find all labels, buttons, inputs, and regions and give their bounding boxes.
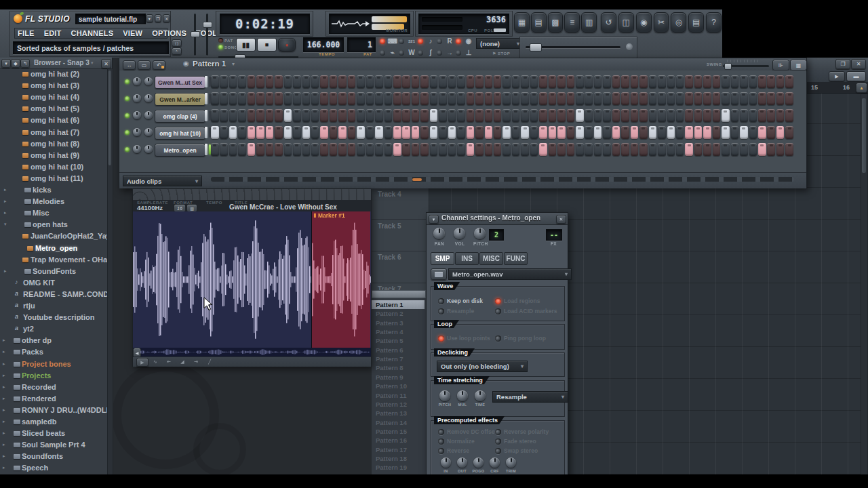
channel-volume-knob[interactable] xyxy=(144,128,153,136)
wait-input-toggle-led[interactable] xyxy=(399,50,404,56)
step-button[interactable] xyxy=(758,92,766,105)
step-button[interactable] xyxy=(758,126,766,139)
pattern-list-item[interactable]: Pattern 7 xyxy=(372,354,425,363)
step-button[interactable] xyxy=(631,75,639,88)
declicking-dropdown[interactable]: Out only (no bleeding)▾ xyxy=(437,361,528,372)
step-button[interactable] xyxy=(585,143,593,156)
step-button[interactable] xyxy=(475,109,484,122)
step-button[interactable] xyxy=(393,92,401,105)
step-button[interactable] xyxy=(284,92,292,105)
expand-arrow-icon[interactable]: ▸ xyxy=(3,396,5,401)
step-button[interactable] xyxy=(612,126,620,139)
channel-selector-strip[interactable] xyxy=(205,144,208,155)
pogo-knob[interactable] xyxy=(473,458,484,468)
step-button[interactable] xyxy=(320,92,328,105)
slider-handle[interactable] xyxy=(191,31,200,37)
browser-scroll-thumb[interactable] xyxy=(108,70,111,165)
prev-marker-button[interactable]: ⇤ xyxy=(163,358,174,365)
step-button[interactable] xyxy=(621,109,629,122)
step-button[interactable] xyxy=(740,143,748,156)
step-button[interactable] xyxy=(439,92,447,105)
playlist-play-button[interactable]: ▶ xyxy=(829,71,845,81)
step-button[interactable] xyxy=(539,126,547,139)
step-button[interactable] xyxy=(275,143,283,156)
step-button[interactable] xyxy=(211,75,219,88)
step-button[interactable] xyxy=(375,75,383,88)
step-button[interactable] xyxy=(639,92,648,105)
step-button[interactable] xyxy=(366,92,374,105)
step-button[interactable] xyxy=(439,143,447,156)
step-button[interactable] xyxy=(567,143,575,156)
step-button[interactable] xyxy=(494,92,502,105)
step-button[interactable] xyxy=(502,143,511,156)
step-button[interactable] xyxy=(722,143,730,156)
step-button[interactable] xyxy=(722,126,730,139)
step-button[interactable] xyxy=(530,126,538,139)
step-button[interactable] xyxy=(256,92,264,105)
step-button[interactable] xyxy=(467,126,475,139)
channel-pan-knob[interactable] xyxy=(133,77,141,85)
step-button[interactable] xyxy=(320,75,328,88)
step-button[interactable] xyxy=(248,143,256,156)
step-button[interactable] xyxy=(320,126,328,139)
step-button[interactable] xyxy=(740,126,748,139)
radio-resample[interactable] xyxy=(438,308,444,314)
pattern-list-item[interactable]: Pattern 2 xyxy=(372,309,425,318)
loop-record-toggle-led[interactable] xyxy=(437,39,442,44)
slide-toggle[interactable]: ʃ xyxy=(425,48,436,57)
countdown-toggle[interactable]: 321 xyxy=(406,37,417,45)
step-button[interactable] xyxy=(594,126,602,139)
mul-knob[interactable] xyxy=(457,390,468,401)
browser-item[interactable]: omg hi hat (3) xyxy=(0,80,107,92)
step-button[interactable] xyxy=(740,92,748,105)
step-button[interactable] xyxy=(694,75,703,88)
radio-reverse[interactable] xyxy=(438,448,444,454)
step-button[interactable] xyxy=(357,75,365,88)
step-button[interactable] xyxy=(311,75,319,88)
channel-mute-led[interactable] xyxy=(125,79,130,84)
step-button[interactable] xyxy=(475,126,484,139)
step-button[interactable] xyxy=(649,126,657,139)
channel-button[interactable]: omg hi hat (10) xyxy=(155,127,205,140)
channel-volume-knob[interactable] xyxy=(144,77,153,85)
undo-button[interactable]: ↺ xyxy=(601,12,616,33)
expand-arrow-icon[interactable]: ▸ xyxy=(3,442,5,447)
step-button[interactable] xyxy=(366,75,374,88)
step-button[interactable] xyxy=(330,75,338,88)
step-button[interactable] xyxy=(393,126,401,139)
piano-roll-button[interactable]: ▩ xyxy=(548,12,564,33)
channel-pan-knob[interactable] xyxy=(433,228,445,239)
step-button[interactable] xyxy=(302,143,311,156)
browser-item[interactable]: omg hi hat (11) xyxy=(0,173,107,184)
step-button[interactable] xyxy=(375,109,383,122)
step-button[interactable] xyxy=(467,143,475,156)
menu-channels[interactable]: CHANNELS xyxy=(71,29,114,37)
loop-record-dropdown[interactable]: (none)▾ xyxy=(476,38,524,49)
step-button[interactable] xyxy=(713,109,721,122)
menu-edit[interactable]: EDIT xyxy=(44,29,62,37)
step-button[interactable] xyxy=(631,126,639,139)
step-button[interactable] xyxy=(557,126,566,139)
step-button[interactable] xyxy=(767,92,775,105)
step-button[interactable] xyxy=(348,75,356,88)
step-button[interactable] xyxy=(557,109,566,122)
step-edit-toggle-led[interactable] xyxy=(418,39,423,44)
step-button[interactable] xyxy=(284,143,292,156)
step-button[interactable] xyxy=(549,126,557,139)
step-button[interactable] xyxy=(621,126,629,139)
blend-record-toggle[interactable]: ◉ xyxy=(463,37,474,45)
step-button[interactable] xyxy=(275,92,283,105)
radio-normalize[interactable] xyxy=(438,439,444,445)
step-button[interactable] xyxy=(749,75,757,88)
step-button[interactable] xyxy=(749,126,757,139)
step-button[interactable] xyxy=(238,109,246,122)
step-button[interactable] xyxy=(357,143,365,156)
step-button[interactable] xyxy=(402,143,410,156)
step-button[interactable] xyxy=(731,92,739,105)
step-button[interactable] xyxy=(502,109,511,122)
step-button[interactable] xyxy=(767,143,775,156)
step-button[interactable] xyxy=(785,126,793,139)
step-button[interactable] xyxy=(703,126,711,139)
metronome-toggle[interactable]: ⌁ xyxy=(387,48,398,57)
channel-button[interactable]: Metro_open xyxy=(155,144,205,157)
